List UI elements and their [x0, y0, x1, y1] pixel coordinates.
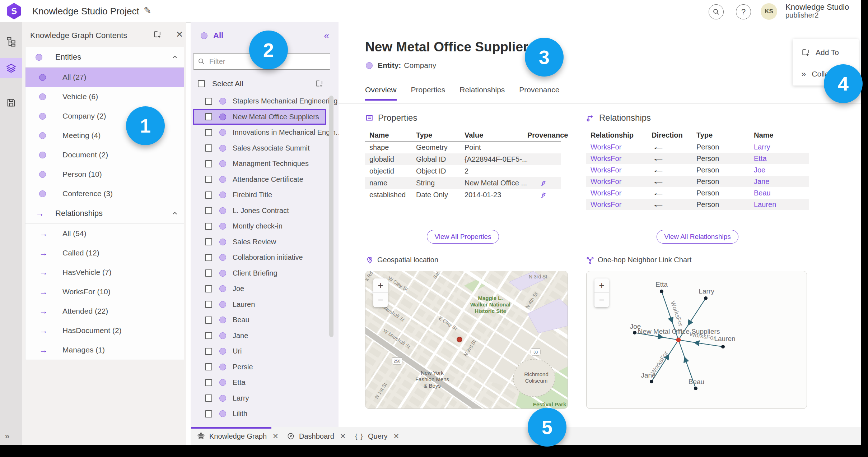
relationship-type-item[interactable]: → HasDocument (2)	[25, 321, 184, 340]
item-checkbox[interactable]	[205, 269, 212, 277]
node-center[interactable]	[676, 338, 681, 342]
list-item[interactable]: Innovations in Mechanical Engin...	[193, 125, 326, 140]
item-checkbox[interactable]	[205, 113, 212, 120]
node-jane[interactable]	[650, 380, 653, 383]
related-entity-link[interactable]: Larry	[754, 143, 813, 151]
relationship-type-item[interactable]: → Manages (1)	[25, 340, 184, 360]
list-item[interactable]: Lilith	[193, 406, 326, 422]
tab-query[interactable]: { } Query ✕	[355, 427, 399, 445]
list-item[interactable]: Attendance Certificate	[193, 172, 326, 188]
item-checkbox[interactable]	[205, 160, 212, 167]
list-item[interactable]: New Metal Office Suppliers	[193, 109, 326, 125]
view-all-relationships-button[interactable]: View All Relationships	[657, 230, 738, 244]
item-checkbox[interactable]	[205, 144, 212, 152]
entity-type-item[interactable]: Vehicle (6)	[25, 87, 184, 106]
map-zoom-in-button[interactable]: +	[373, 278, 388, 293]
relationships-section-header[interactable]: → Relationships	[25, 203, 184, 224]
item-checkbox[interactable]	[205, 254, 212, 261]
entity-type-item[interactable]: Person (10)	[25, 165, 184, 184]
chevron-up-icon[interactable]	[172, 54, 178, 60]
item-checkbox[interactable]	[205, 285, 212, 292]
avatar[interactable]: KS	[761, 3, 777, 20]
list-item[interactable]: Etta	[193, 375, 326, 391]
tab-dashboard[interactable]: Dashboard ✕	[287, 427, 346, 445]
node-larry[interactable]	[704, 296, 708, 300]
item-checkbox[interactable]	[205, 238, 212, 245]
item-checkbox[interactable]	[205, 379, 212, 386]
node-beau[interactable]	[694, 387, 697, 390]
tab-knowledge-graph[interactable]: Knowledge Graph ✕	[197, 427, 279, 445]
item-checkbox[interactable]	[205, 176, 212, 183]
related-entity-link[interactable]: Jane	[754, 177, 813, 186]
select-all-checkbox[interactable]	[198, 80, 205, 87]
relationship-type-item[interactable]: → HasVehicle (7)	[25, 263, 184, 282]
edit-title-icon[interactable]: ✎	[144, 5, 151, 16]
item-checkbox[interactable]	[205, 98, 212, 105]
item-checkbox[interactable]	[205, 223, 212, 230]
list-item[interactable]: Managment Techniques	[193, 156, 326, 172]
item-checkbox[interactable]	[205, 129, 212, 136]
chart-zoom-out-button[interactable]: −	[594, 293, 609, 307]
node-lauren[interactable]	[721, 345, 725, 348]
list-item[interactable]: Montly check-in	[193, 218, 326, 234]
item-checkbox[interactable]	[205, 207, 212, 214]
expand-rail-button[interactable]: »	[0, 431, 14, 441]
relationship-link[interactable]: WorksFor	[591, 177, 652, 186]
user-block[interactable]: Knowledge Studio publisher2	[785, 3, 849, 19]
geospatial-map[interactable]: + −	[365, 271, 568, 409]
list-item[interactable]: Joe	[193, 281, 326, 297]
related-entity-link[interactable]: Beau	[754, 189, 813, 197]
node-etta[interactable]	[660, 290, 663, 293]
relationship-type-item[interactable]: → Attended (22)	[25, 301, 184, 321]
list-item[interactable]: Lauren	[193, 297, 326, 313]
related-entity-link[interactable]: Etta	[754, 154, 813, 163]
list-item[interactable]: Collaboration initiative	[193, 250, 326, 266]
relationship-type-item[interactable]: → WorksFor (10)	[25, 282, 184, 301]
list-item[interactable]: Uri	[193, 343, 326, 359]
item-checkbox[interactable]	[205, 332, 212, 339]
help-button[interactable]: ?	[736, 4, 751, 19]
item-checkbox[interactable]	[205, 363, 212, 370]
list-item[interactable]: Beau	[193, 312, 326, 328]
relationship-type-item[interactable]: → Called (12)	[25, 243, 184, 263]
item-checkbox[interactable]	[205, 317, 212, 324]
detail-tab[interactable]: Properties	[411, 86, 445, 101]
item-checkbox[interactable]	[205, 394, 212, 402]
relationship-link[interactable]: WorksFor	[591, 200, 652, 209]
list-item[interactable]: L. Jones Contract	[193, 203, 326, 219]
entity-type-item[interactable]: Document (2)	[25, 145, 184, 165]
item-checkbox[interactable]	[205, 410, 212, 417]
map-zoom-out-button[interactable]: −	[373, 293, 388, 307]
list-scrollbar[interactable]	[329, 96, 333, 337]
entity-type-item[interactable]: Conference (3)	[25, 184, 184, 203]
item-checkbox[interactable]	[205, 348, 212, 355]
add-to-map-button[interactable]	[153, 30, 162, 39]
list-item[interactable]: Client Briefing	[193, 266, 326, 281]
provenance-flag-icon[interactable]	[527, 180, 565, 187]
view-all-properties-button[interactable]: View All Properties	[427, 230, 499, 244]
relationship-link[interactable]: WorksFor	[591, 189, 652, 197]
close-tab-icon[interactable]: ✕	[393, 432, 399, 440]
item-checkbox[interactable]	[205, 301, 212, 308]
entities-section-header[interactable]: Entities	[25, 47, 184, 68]
collapse-panel-icon[interactable]: «	[324, 30, 329, 41]
list-item[interactable]: Sales Review	[193, 234, 326, 250]
contents-button[interactable]	[0, 58, 22, 78]
chevron-up-icon[interactable]	[172, 210, 178, 217]
list-item[interactable]: Staplers Mechanical Engineering	[193, 93, 326, 109]
detail-tab[interactable]: Provenance	[519, 86, 559, 101]
add-to-menu-item[interactable]: Add To	[793, 39, 859, 60]
node-joe[interactable]	[633, 331, 636, 334]
search-button[interactable]	[709, 4, 724, 19]
add-selection-to-map-button[interactable]	[315, 79, 323, 88]
detail-tab[interactable]: Relationships	[459, 86, 505, 101]
list-item[interactable]: Larry	[193, 391, 326, 406]
close-panel-icon[interactable]: ✕	[176, 29, 183, 40]
entity-type-item[interactable]: All (27)	[25, 68, 184, 87]
close-tab-icon[interactable]: ✕	[340, 432, 346, 440]
save-button[interactable]	[0, 93, 22, 113]
chart-zoom-in-button[interactable]: +	[594, 278, 609, 293]
close-tab-icon[interactable]: ✕	[272, 432, 279, 440]
link-chart[interactable]: + −	[586, 271, 807, 409]
relationship-type-item[interactable]: → All (54)	[25, 224, 184, 243]
